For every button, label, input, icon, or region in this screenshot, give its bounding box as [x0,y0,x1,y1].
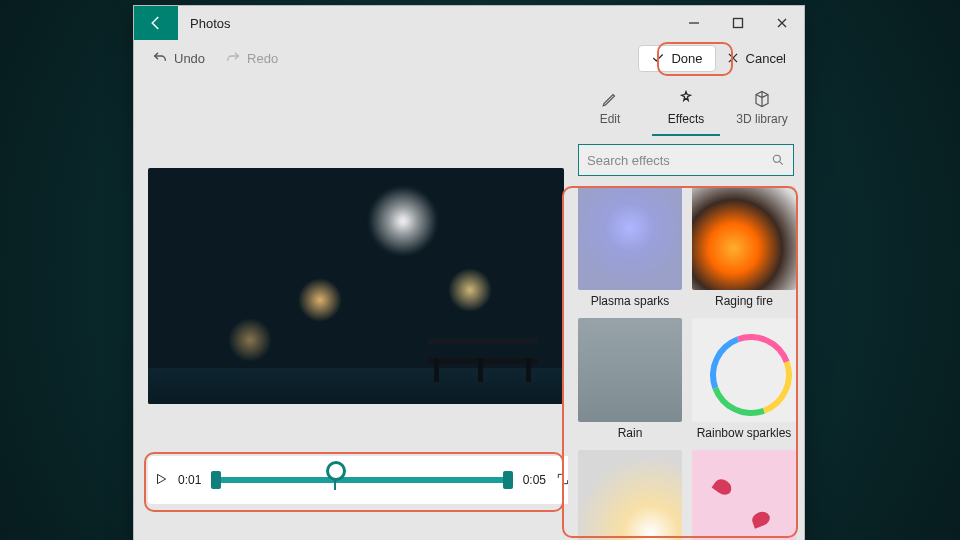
total-time: 0:05 [523,473,546,487]
redo-button[interactable]: Redo [215,50,288,66]
trim-end-handle[interactable] [503,471,513,489]
cancel-label: Cancel [746,51,786,66]
effect-label: Plasma sparks [591,294,670,308]
effect-rainbow-sparkles[interactable]: Rainbow sparkles [692,318,796,440]
effect-item[interactable] [692,450,796,540]
side-panel: Edit Effects 3D library Search effects [568,76,804,540]
search-placeholder: Search effects [587,153,771,168]
search-icon [771,153,785,167]
done-label: Done [671,51,702,66]
effect-thumbnail [578,186,682,290]
tab-3d-library[interactable]: 3D library [724,84,800,132]
done-button[interactable]: Done [638,45,715,72]
back-button[interactable] [134,6,178,40]
effect-label: Rain [618,426,643,440]
video-preview[interactable] [148,168,564,404]
maximize-button[interactable] [716,6,760,40]
trim-slider[interactable] [211,471,512,489]
tab-library-label: 3D library [736,112,787,126]
effects-grid: Plasma sparks Raging fire Rain Rainbow s… [568,186,804,540]
tab-edit[interactable]: Edit [572,84,648,132]
effect-thumbnail [692,450,796,540]
effect-label: Rainbow sparkles [697,426,792,440]
effect-thumbnail [578,450,682,540]
main-area: 0:01 0:05 Edit Effects [134,76,804,540]
toolbar: Undo Redo Done Cancel [134,40,804,76]
side-tabs: Edit Effects 3D library [568,76,804,132]
undo-button[interactable]: Undo [142,50,215,66]
photos-window: Photos Undo Redo Done Cancel [133,5,805,540]
tab-effects[interactable]: Effects [648,84,724,132]
minimize-button[interactable] [672,6,716,40]
current-time: 0:01 [178,473,201,487]
effect-thumbnail [578,318,682,422]
player-controls: 0:01 0:05 [148,456,576,504]
effect-thumbnail [692,186,796,290]
cancel-button[interactable]: Cancel [716,45,796,72]
effect-label: Raging fire [715,294,773,308]
trim-start-handle[interactable] [211,471,221,489]
svg-rect-0 [734,19,743,28]
redo-label: Redo [247,51,278,66]
svg-point-1 [773,155,780,162]
playhead[interactable] [326,461,346,481]
effect-rain[interactable]: Rain [578,318,682,440]
title-bar: Photos [134,6,804,40]
tab-underline [652,134,720,136]
search-effects-input[interactable]: Search effects [578,144,794,176]
play-button[interactable] [154,472,168,489]
close-button[interactable] [760,6,804,40]
undo-label: Undo [174,51,205,66]
effect-plasma-sparks[interactable]: Plasma sparks [578,186,682,308]
app-title: Photos [178,6,242,40]
tab-edit-label: Edit [600,112,621,126]
effect-raging-fire[interactable]: Raging fire [692,186,796,308]
effect-item[interactable] [578,450,682,540]
tab-effects-label: Effects [668,112,704,126]
effect-thumbnail [692,318,796,422]
